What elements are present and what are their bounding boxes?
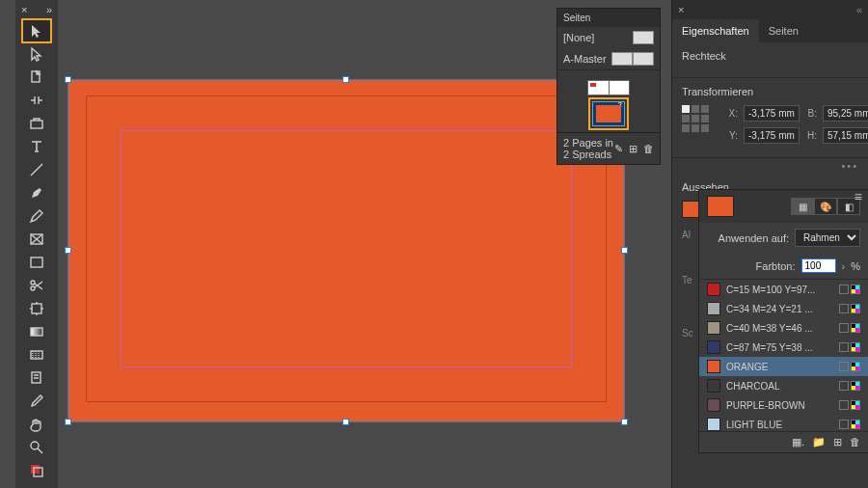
- swatch-type-icons: [839, 362, 860, 371]
- object-type-section: Rechteck: [672, 42, 868, 78]
- swatch-item[interactable]: ORANGE: [699, 357, 868, 376]
- percent-label: %: [851, 260, 860, 272]
- object-type-label: Rechteck: [682, 50, 858, 62]
- pages-spread-area: 2: [557, 70, 660, 132]
- close-icon[interactable]: ×: [21, 4, 27, 15]
- swatch-item[interactable]: C=34 M=24 Y=21 ...: [699, 299, 868, 318]
- edit-page-icon[interactable]: ✎: [614, 143, 623, 155]
- line-tool[interactable]: [22, 158, 51, 181]
- gradient-swatch-tool[interactable]: [22, 320, 51, 343]
- svg-rect-7: [31, 328, 42, 336]
- new-page-icon[interactable]: ⊞: [629, 143, 637, 155]
- rectangle-tool[interactable]: [22, 251, 51, 274]
- tab-eigenschaften[interactable]: Eigenschaften: [672, 19, 759, 42]
- tab-seiten[interactable]: Seiten: [759, 19, 808, 42]
- color-flyout-footer: ▦. 📁 ⊞ 🗑: [699, 431, 868, 452]
- fill-stroke-control[interactable]: [22, 459, 51, 482]
- swatch-type-icons: [839, 420, 860, 429]
- expand-icon[interactable]: »: [46, 4, 52, 15]
- none-label: [None]: [563, 32, 594, 43]
- page-tool[interactable]: [22, 66, 51, 89]
- more-options-icon[interactable]: •••: [672, 158, 868, 174]
- swatch-chip: [707, 283, 720, 296]
- y-input[interactable]: [744, 127, 800, 144]
- swatch-name: C=87 M=75 Y=38 ...: [726, 342, 833, 353]
- swatch-chip: [707, 340, 720, 354]
- resize-handle[interactable]: [65, 76, 71, 83]
- rectangle-frame-tool[interactable]: [22, 228, 51, 251]
- master-none-row[interactable]: [None]: [557, 27, 660, 48]
- swatch-item[interactable]: C=40 M=38 Y=46 ...: [699, 318, 868, 338]
- resize-handle[interactable]: [65, 419, 71, 425]
- swatch-item[interactable]: CHARCOAL: [699, 376, 868, 395]
- swatch-type-icons: [839, 400, 860, 410]
- resize-handle[interactable]: [621, 247, 628, 254]
- swatch-name: CHARCOAL: [726, 381, 833, 392]
- direct-selection-tool[interactable]: [22, 42, 51, 66]
- master-a-row[interactable]: A-Master: [557, 48, 660, 70]
- eyedropper-tool[interactable]: [22, 390, 51, 413]
- new-swatch-group-icon[interactable]: 📁: [812, 436, 826, 448]
- pen-tool[interactable]: [22, 181, 51, 204]
- svg-rect-6: [32, 304, 41, 313]
- resize-handle[interactable]: [621, 419, 628, 425]
- apply-to-select[interactable]: Rahmen: [795, 229, 860, 247]
- content-collector-tool[interactable]: [22, 112, 51, 135]
- swatch-item[interactable]: C=15 M=100 Y=97...: [699, 280, 868, 299]
- tint-input[interactable]: [801, 258, 836, 273]
- width-input[interactable]: [823, 105, 868, 122]
- resize-handle[interactable]: [342, 419, 349, 425]
- master-thumb: [633, 52, 654, 66]
- swatch-name: ORANGE: [726, 362, 833, 372]
- svg-point-5: [31, 286, 35, 290]
- type-tool[interactable]: [22, 135, 51, 158]
- new-swatch-icon[interactable]: ⊞: [833, 436, 842, 448]
- page-2-thumb[interactable]: 2: [592, 101, 625, 126]
- swatch-options-icon[interactable]: ▦.: [792, 436, 804, 448]
- current-fill-swatch[interactable]: [707, 196, 734, 217]
- tint-row: Farbton: › %: [699, 253, 868, 279]
- close-icon[interactable]: ×: [678, 4, 684, 15]
- swatch-name: PURPLE-BROWN: [726, 400, 833, 411]
- swatch-type-icons: [839, 285, 860, 294]
- swatch-chip: [707, 418, 720, 431]
- properties-header: × «: [672, 0, 868, 19]
- swatch-item[interactable]: PURPLE-BROWN: [699, 395, 868, 415]
- transform-title: Transformieren: [682, 86, 858, 97]
- resize-handle[interactable]: [65, 247, 71, 254]
- height-input[interactable]: [823, 127, 868, 144]
- gap-tool[interactable]: [22, 89, 51, 112]
- color-mixer-tab[interactable]: 🎨: [814, 198, 837, 215]
- swatch-name: C=40 M=38 Y=46 ...: [726, 323, 833, 334]
- document-canvas[interactable]: [68, 79, 625, 422]
- swatch-type-icons: [839, 342, 860, 352]
- x-input[interactable]: [744, 105, 800, 122]
- fill-swatch[interactable]: [682, 201, 699, 218]
- pages-footer: 2 Pages in 2 Spreads ✎⊞🗑: [557, 132, 660, 164]
- collapse-icon[interactable]: «: [856, 4, 862, 15]
- swatches-tab[interactable]: ▦: [791, 198, 814, 215]
- delete-swatch-icon[interactable]: 🗑: [850, 436, 860, 448]
- page-2-highlight: 2: [592, 101, 625, 126]
- delete-page-icon[interactable]: 🗑: [643, 143, 654, 155]
- hand-tool[interactable]: [22, 413, 51, 436]
- selection-tool[interactable]: [22, 19, 51, 42]
- page-1b-thumb[interactable]: [609, 80, 630, 95]
- tint-stepper-icon[interactable]: ›: [842, 260, 846, 272]
- swatch-item[interactable]: LIGHT BLUE: [699, 415, 868, 431]
- svg-point-4: [31, 281, 35, 285]
- pencil-tool[interactable]: [22, 204, 51, 228]
- free-transform-tool[interactable]: [22, 297, 51, 320]
- resize-handle[interactable]: [342, 76, 349, 83]
- reference-point-grid[interactable]: [682, 105, 709, 132]
- page-1-thumb[interactable]: [587, 80, 609, 95]
- swatch-item[interactable]: C=87 M=75 Y=38 ...: [699, 338, 868, 357]
- flyout-menu-icon[interactable]: ≡: [854, 189, 862, 204]
- zoom-tool[interactable]: [22, 436, 51, 459]
- svg-rect-11: [31, 465, 40, 474]
- scissors-tool[interactable]: [22, 274, 51, 297]
- note-tool[interactable]: [22, 366, 51, 390]
- apply-to-label: Anwenden auf:: [719, 232, 789, 244]
- gradient-feather-tool[interactable]: [22, 343, 51, 366]
- spread-1[interactable]: [587, 80, 630, 95]
